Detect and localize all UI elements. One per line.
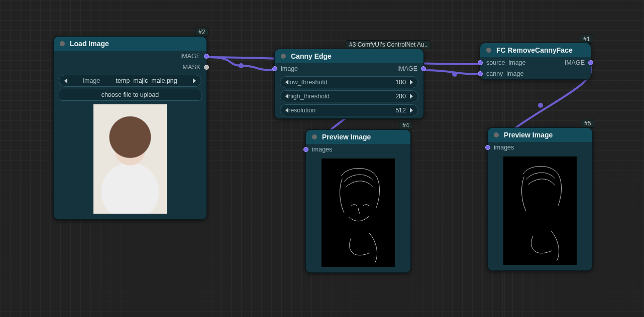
output-mask-label: MASK bbox=[183, 64, 200, 71]
chevron-right-icon[interactable] bbox=[410, 80, 413, 85]
node-preview-4[interactable]: Preview Image images bbox=[305, 129, 411, 273]
input-images-label: images bbox=[494, 144, 514, 151]
input-port-image[interactable] bbox=[272, 66, 277, 71]
widget-label: resolution bbox=[288, 107, 315, 114]
collapse-icon[interactable] bbox=[486, 48, 491, 53]
preview-thumb[interactable] bbox=[503, 156, 577, 265]
output-port-image[interactable] bbox=[204, 54, 209, 59]
widget-label: high_threshold bbox=[288, 93, 330, 100]
node-load-image[interactable]: Load Image IMAGE MASK image temp_majic_m… bbox=[53, 36, 207, 220]
node-header[interactable]: Load Image bbox=[54, 37, 206, 51]
upload-button-label: choose file to upload bbox=[101, 91, 159, 98]
collapse-icon[interactable] bbox=[494, 132, 499, 137]
node-id-badge: #4 bbox=[399, 121, 412, 130]
input-images-label: images bbox=[312, 146, 332, 153]
input-port-images[interactable] bbox=[303, 147, 308, 152]
output-port-image[interactable] bbox=[421, 66, 426, 71]
node-remove-canny-face[interactable]: FC RemoveCannyFace source_image IMAGE ca… bbox=[480, 43, 591, 80]
input-canny-row: canny_image bbox=[480, 68, 591, 79]
widget-value: temp_majic_male.png bbox=[116, 77, 177, 84]
node-title: Preview Image bbox=[504, 131, 553, 139]
node-title: Canny Edge bbox=[291, 52, 332, 60]
low-threshold-widget[interactable]: low_threshold 100 bbox=[280, 76, 418, 88]
upload-button[interactable]: choose file to upload bbox=[59, 89, 201, 101]
node-header[interactable]: Preview Image bbox=[306, 130, 410, 144]
chevron-right-icon[interactable] bbox=[193, 78, 196, 83]
widget-value: 512 bbox=[395, 107, 406, 114]
input-port-canny[interactable] bbox=[478, 71, 483, 76]
output-port-mask[interactable] bbox=[204, 65, 209, 70]
node-canny-edge[interactable]: Canny Edge image IMAGE low_threshold 100… bbox=[274, 49, 424, 119]
node-header[interactable]: FC RemoveCannyFace bbox=[480, 43, 591, 57]
preview-thumb[interactable] bbox=[93, 104, 167, 214]
output-port-image[interactable] bbox=[588, 60, 593, 65]
resolution-widget[interactable]: resolution 512 bbox=[280, 104, 418, 116]
output-image-label: IMAGE bbox=[397, 65, 417, 72]
preview-thumb[interactable] bbox=[321, 158, 395, 267]
output-image-row: IMAGE bbox=[54, 51, 206, 62]
output-image-label: IMAGE bbox=[565, 59, 585, 66]
collapse-icon[interactable] bbox=[312, 134, 317, 139]
node-title: Preview Image bbox=[322, 133, 371, 141]
output-mask-row: MASK bbox=[54, 62, 206, 73]
node-id-badge: #3 ComfyUI's ControlNet Au.. bbox=[346, 40, 431, 49]
input-port-images[interactable] bbox=[485, 145, 490, 150]
input-images-row: images bbox=[488, 142, 592, 153]
node-id-badge: #5 bbox=[581, 119, 594, 128]
collapse-icon[interactable] bbox=[60, 41, 65, 46]
io-row: image IMAGE bbox=[275, 63, 423, 74]
input-port-source[interactable] bbox=[478, 60, 483, 65]
node-preview-5[interactable]: Preview Image images bbox=[487, 127, 593, 271]
chevron-right-icon[interactable] bbox=[410, 94, 413, 99]
widget-label: low_threshold bbox=[288, 79, 327, 86]
collapse-icon[interactable] bbox=[281, 54, 286, 59]
input-source-label: source_image bbox=[486, 59, 526, 66]
io-row: source_image IMAGE bbox=[480, 57, 591, 68]
input-images-row: images bbox=[306, 144, 410, 155]
node-header[interactable]: Preview Image bbox=[488, 128, 592, 142]
node-title: FC RemoveCannyFace bbox=[496, 46, 573, 54]
node-id-badge: #2 bbox=[195, 28, 208, 37]
node-header[interactable]: Canny Edge bbox=[275, 49, 423, 63]
widget-label: image bbox=[83, 77, 100, 84]
node-title: Load Image bbox=[70, 40, 109, 48]
widget-value: 200 bbox=[395, 93, 406, 100]
input-canny-label: canny_image bbox=[486, 70, 523, 77]
input-image-label: image bbox=[281, 65, 298, 72]
image-selector[interactable]: image temp_majic_male.png bbox=[59, 75, 201, 87]
widget-value: 100 bbox=[395, 79, 406, 86]
chevron-left-icon[interactable] bbox=[64, 78, 67, 83]
high-threshold-widget[interactable]: high_threshold 200 bbox=[280, 90, 418, 102]
chevron-right-icon[interactable] bbox=[410, 108, 413, 113]
output-image-label: IMAGE bbox=[180, 53, 200, 60]
